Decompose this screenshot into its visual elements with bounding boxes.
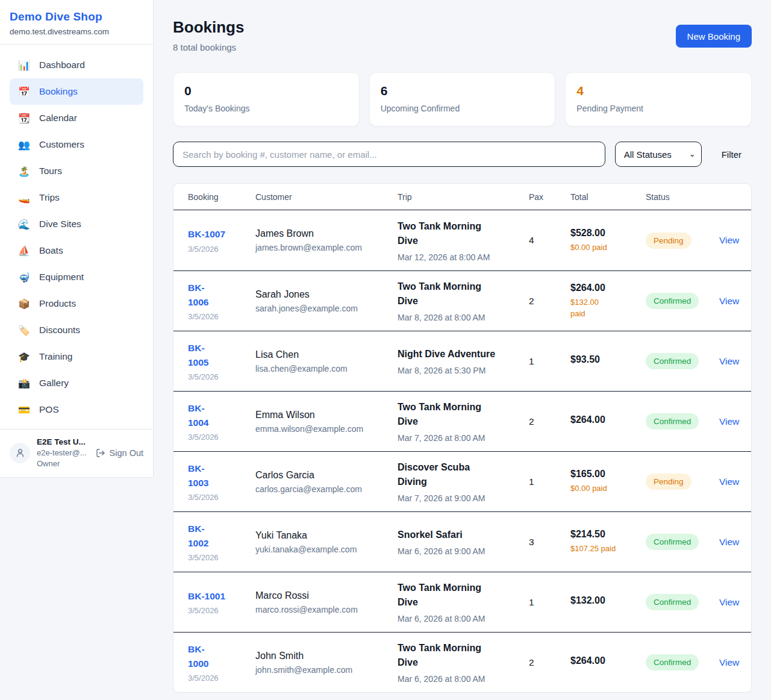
booking-id-link[interactable]: BK- 1005 [188,343,208,367]
booking-date: 3/5/2026 [188,245,248,254]
nav-item-icon: 🏷️ [18,325,30,336]
filter-button[interactable]: Filter [722,149,741,160]
booking-date: 3/5/2026 [188,606,248,615]
nav-item-icon: 🎓 [18,351,30,363]
sidebar-item[interactable]: 🎓 Training [10,343,143,370]
trip-cell: Two Tank Morning Dive Mar 8, 2026 at 8:0… [398,280,529,322]
booking-cell: BK-1001 3/5/2026 [188,589,255,615]
booking-id-link[interactable]: BK- 1004 [188,403,208,428]
sidebar-item[interactable]: 📅 Bookings [10,78,143,105]
trip-cell: Two Tank Morning Dive Mar 7, 2026 at 8:0… [398,400,529,443]
status-cell: Confirmed [646,534,719,550]
sidebar-item[interactable]: 📊 Dashboard [10,52,143,78]
booking-cell: BK- 1004 3/5/2026 [188,401,255,442]
stat-card: 6 Upcoming Confirmed [369,72,556,127]
person-icon [15,448,25,458]
sidebar-item[interactable]: 📸 Gallery [10,370,143,396]
trip-date: Mar 6, 2026 at 9:00 AM [398,546,522,556]
total-cell: $214.50 $107.25 paid [570,529,646,555]
stat-value: 0 [184,84,348,98]
table-row: BK-1001 3/5/2026 Marco Rossi marco.rossi… [173,572,751,632]
column-header-customer: Customer [255,192,398,202]
nav-item-label: Dive Sites [39,219,81,230]
status-cell: Pending [646,473,719,490]
stat-value: 4 [576,84,740,98]
booking-id-link[interactable]: BK-1001 [188,591,225,601]
actions-cell: View [719,537,751,548]
customer-name: Carlos Garcia [255,470,390,481]
sidebar-item[interactable]: 🚤 Trips [10,184,143,211]
nav-item-label: Discounts [39,325,80,336]
view-link[interactable]: View [719,296,739,306]
actions-cell: View [719,477,751,487]
view-link[interactable]: View [719,416,739,427]
booking-cell: BK-1007 3/5/2026 [188,227,255,253]
booking-id-link[interactable]: BK- 1006 [188,283,208,307]
trip-cell: Discover Scuba Diving Mar 7, 2026 at 9:0… [398,460,529,503]
sidebar-item[interactable]: ⛵ Boats [10,237,143,264]
sign-out-icon [96,448,105,458]
view-link[interactable]: View [719,477,739,487]
sidebar-item[interactable]: 🏝️ Tours [10,158,143,184]
pax-cell: 2 [529,296,570,307]
total-amount: $214.50 [570,529,638,540]
view-link[interactable]: View [719,657,739,667]
customer-cell: Yuki Tanaka yuki.tanaka@example.com [255,530,398,554]
sidebar-item[interactable]: 👥 Customers [10,131,143,158]
page-subtitle: 8 total bookings [173,42,244,52]
sidebar-item[interactable]: 🏷️ Discounts [10,317,143,343]
total-cell: $528.00 $0.00 paid [570,228,646,254]
status-badge: Pending [646,473,691,490]
booking-date: 3/5/2026 [188,433,248,442]
sign-out-button[interactable]: Sign Out [96,448,143,458]
nav-item-label: Gallery [39,378,69,389]
trip-cell: Two Tank Morning Dive Mar 12, 2026 at 8:… [398,219,529,262]
customer-email: emma.wilson@example.com [255,424,390,434]
actions-cell: View [719,235,751,246]
nav-item-icon: 📸 [18,378,30,389]
customer-name: James Brown [255,228,390,239]
view-link[interactable]: View [719,235,739,245]
sidebar-item[interactable]: 📦 Products [10,290,143,317]
sidebar-item[interactable]: 💳 POS [10,396,143,423]
new-booking-button[interactable]: New Booking [676,25,752,48]
table-row: BK- 1004 3/5/2026 Emma Wilson emma.wilso… [173,391,751,451]
trip-name: Two Tank Morning Dive [398,219,522,248]
booking-id-link[interactable]: BK- 1002 [188,523,208,548]
total-amount: $93.50 [570,354,638,365]
actions-cell: View [719,356,751,367]
sidebar-item[interactable]: 📆 Calendar [10,105,143,131]
sidebar-item[interactable]: 🤿 Equipment [10,264,143,290]
sidebar-item[interactable]: 🌊 Dive Sites [10,211,143,237]
view-link[interactable]: View [719,537,739,547]
search-input[interactable] [173,142,605,167]
app-root: Demo Dive Shop demo.test.divestreams.com… [0,0,771,700]
nav-item-icon: 📊 [18,60,30,71]
booking-date: 3/5/2026 [188,493,248,502]
nav-item-label: Trips [39,192,60,203]
total-amount: $132.00 [570,595,638,606]
status-select[interactable]: All Statuses [615,142,702,167]
pax-cell: 2 [529,657,570,668]
column-header-total: Total [570,192,646,202]
stat-label: Today's Bookings [184,104,348,113]
booking-cell: BK- 1006 3/5/2026 [188,281,255,321]
user-role: Owner [37,459,87,468]
booking-id-link[interactable]: BK-1007 [188,229,225,239]
status-badge: Confirmed [646,293,699,309]
column-header-booking: Booking [188,192,255,202]
view-link[interactable]: View [719,597,739,607]
status-cell: Confirmed [646,353,719,369]
customer-name: Emma Wilson [255,410,390,420]
page-heading-group: Bookings 8 total bookings [173,18,244,52]
total-cell: $264.00 $132.00 paid [570,283,646,320]
booking-id-link[interactable]: BK- 1003 [188,463,208,488]
actions-cell: View [719,296,751,307]
pax-cell: 3 [529,537,570,548]
bookings-table: Booking Customer Trip Pax Total Status B… [173,183,752,693]
column-header-status: Status [646,192,719,202]
customer-name: John Smith [255,651,390,661]
trip-name: Snorkel Safari [398,528,522,542]
booking-id-link[interactable]: BK- 1000 [188,644,208,669]
view-link[interactable]: View [719,356,739,366]
